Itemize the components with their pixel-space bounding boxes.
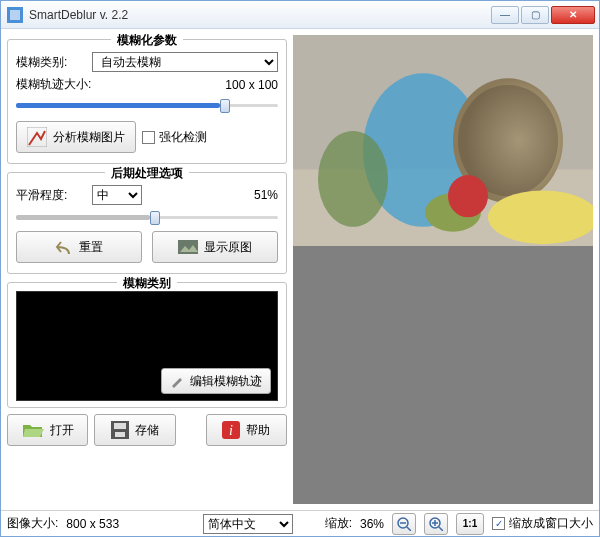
svg-rect-5 [114,423,126,429]
minimize-button[interactable]: — [491,6,519,24]
analyze-label: 分析模糊图片 [53,129,125,146]
reset-label: 重置 [79,239,103,256]
undo-icon [55,240,73,254]
help-label: 帮助 [246,422,270,439]
open-button[interactable]: 打开 [7,414,88,446]
svg-rect-6 [115,432,125,437]
smoothness-slider[interactable] [16,209,278,225]
edit-kernel-label: 编辑模糊轨迹 [190,373,262,390]
svg-line-19 [407,527,411,531]
image-preview[interactable] [293,35,593,504]
app-window: SmartDeblur v. 2.2 — ▢ ✕ 模糊化参数 模糊类别: 自动去… [0,0,600,537]
blur-type-label: 模糊类别: [16,54,86,71]
kernel-size-label: 模糊轨迹大小: [16,76,91,93]
pencil-icon [170,374,184,388]
image-size-label: 图像大小: [7,515,58,532]
one-to-one-label: 1:1 [463,518,477,529]
right-panel [293,35,593,504]
language-select[interactable]: 简体中文 [203,514,293,534]
kernel-preview: 编辑模糊轨迹 [16,291,278,401]
statusbar: 图像大小: 800 x 533 简体中文 缩放: 36% 1:1 ✓ 缩放成窗口… [1,510,599,536]
zoom-label: 缩放: [325,515,352,532]
analyze-icon [27,127,47,147]
svg-point-16 [448,175,488,217]
help-button[interactable]: i 帮助 [206,414,287,446]
group-title: 模糊类别 [117,275,177,292]
zoom-in-icon [429,517,443,531]
svg-point-14 [488,190,593,244]
window-buttons: — ▢ ✕ [491,6,595,24]
zoom-1to1-button[interactable]: 1:1 [456,513,484,535]
smoothness-value: 51% [148,188,278,202]
maximize-button[interactable]: ▢ [521,6,549,24]
checkbox-box [142,131,155,144]
checkbox-box: ✓ [492,517,505,530]
enhance-detect-checkbox[interactable]: 强化检测 [142,129,207,146]
titlebar: SmartDeblur v. 2.2 — ▢ ✕ [1,1,599,29]
svg-rect-1 [10,10,20,20]
reset-button[interactable]: 重置 [16,231,142,263]
blur-type-select[interactable]: 自动去模糊 [92,52,278,72]
blur-type-group: 模糊类别 编辑模糊轨迹 [7,282,287,408]
fit-window-checkbox[interactable]: ✓ 缩放成窗口大小 [492,515,593,532]
show-original-button[interactable]: 显示原图 [152,231,278,263]
save-floppy-icon [111,421,129,439]
analyze-button[interactable]: 分析模糊图片 [16,121,136,153]
app-icon [7,7,23,23]
enhance-detect-label: 强化检测 [159,129,207,146]
smoothness-label: 平滑程度: [16,187,86,204]
kernel-size-value: 100 x 100 [97,78,278,92]
group-title: 后期处理选项 [105,165,189,182]
zoom-value: 36% [360,517,384,531]
kernel-size-slider[interactable] [16,97,278,113]
edit-kernel-button[interactable]: 编辑模糊轨迹 [161,368,271,394]
left-panel: 模糊化参数 模糊类别: 自动去模糊 模糊轨迹大小: 100 x 100 [7,35,287,504]
image-size-value: 800 x 533 [66,517,119,531]
post-process-group: 后期处理选项 平滑程度: 中 51% [7,172,287,274]
info-icon: i [222,421,240,439]
zoom-in-button[interactable] [424,513,448,535]
preview-image [293,35,593,246]
image-icon [178,240,198,254]
blur-params-group: 模糊化参数 模糊类别: 自动去模糊 模糊轨迹大小: 100 x 100 [7,39,287,164]
zoom-out-icon [397,517,411,531]
close-button[interactable]: ✕ [551,6,595,24]
window-title: SmartDeblur v. 2.2 [29,8,491,22]
content-area: 模糊化参数 模糊类别: 自动去模糊 模糊轨迹大小: 100 x 100 [1,29,599,510]
svg-line-22 [439,527,443,531]
file-buttons-row: 打开 存储 i 帮助 [7,414,287,446]
fit-window-label: 缩放成窗口大小 [509,515,593,532]
show-original-label: 显示原图 [204,239,252,256]
save-button[interactable]: 存储 [94,414,175,446]
svg-text:i: i [229,423,233,438]
save-label: 存储 [135,422,159,439]
smoothness-select[interactable]: 中 [92,185,142,205]
group-title: 模糊化参数 [111,32,183,49]
svg-point-17 [318,131,388,227]
open-folder-icon [22,421,44,439]
zoom-out-button[interactable] [392,513,416,535]
open-label: 打开 [50,422,74,439]
